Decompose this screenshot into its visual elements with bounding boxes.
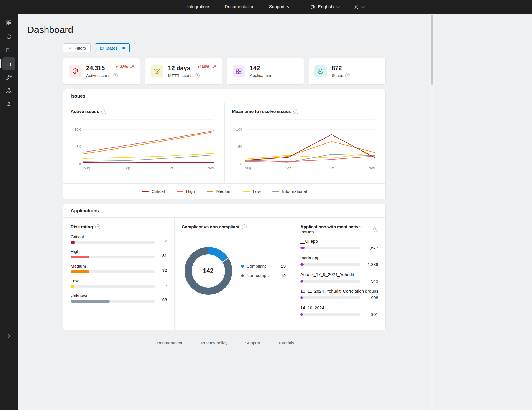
compliance-section: Compliant vs non-compliant ? 142: [175, 218, 293, 330]
top-app-row: Autofix_17_9_2024_Yehudit 949: [300, 272, 378, 284]
risk-label: Unknown: [71, 293, 155, 298]
delta-badge: +180%: [198, 65, 216, 69]
svg-text:Aug: Aug: [83, 166, 90, 170]
app-issue-count: 949: [365, 279, 378, 284]
sidebar-expand-button[interactable]: [0, 334, 18, 339]
footer-link[interactable]: Privacy policy: [201, 340, 227, 345]
bar-chart-icon: [6, 61, 12, 67]
bar-track: [71, 270, 155, 273]
svg-text:100: 100: [236, 127, 242, 132]
compliance-donut: 142: [184, 247, 233, 295]
footer-link[interactable]: Documentation: [155, 340, 183, 345]
help-icon[interactable]: ?: [95, 224, 100, 229]
app-name[interactable]: 13_11_2024_Yehudit_Correlation groups: [300, 289, 378, 294]
svg-text:Oct: Oct: [168, 166, 173, 170]
nav-integrations[interactable]: Integrations: [180, 0, 218, 14]
svg-text:Oct: Oct: [329, 166, 334, 170]
help-icon[interactable]: ?: [195, 73, 200, 78]
legend-dot: [241, 265, 244, 268]
help-icon[interactable]: ?: [345, 73, 350, 78]
bar-fill: [300, 263, 304, 266]
severity-legend: Critical High Medium Low: [63, 183, 385, 199]
sidebar-item-integrations[interactable]: [2, 17, 15, 29]
footer-link[interactable]: Tutorials: [278, 340, 294, 345]
legend-swatch: [207, 191, 213, 192]
language-label: English: [318, 4, 334, 9]
top-apps-section: Applications with most active issues ? _…: [293, 218, 385, 330]
scrollbar-track[interactable]: [430, 14, 434, 410]
stat-card-body: 142 Applications: [250, 65, 272, 78]
risk-bar-block: Medium: [71, 264, 155, 273]
sidebar-item-projects[interactable]: [2, 44, 15, 57]
help-icon[interactable]: ?: [101, 109, 106, 114]
risk-bar-block: Critical: [71, 234, 155, 244]
svg-text:Nov: Nov: [208, 166, 214, 170]
legend-value: 119: [279, 273, 286, 278]
calendar-icon: [100, 46, 104, 50]
folder-icon: [6, 47, 12, 53]
footer: Documentation Privacy policy Support Tut…: [63, 340, 386, 354]
theme-selector[interactable]: [346, 0, 371, 14]
content-column: Filters Dates 24,315 Active issues ?: [63, 43, 386, 354]
app-name[interactable]: 14_10_2024: [300, 305, 378, 310]
issues-panel: Issues Active issues ? 05K10KAugSepOctNo…: [63, 89, 386, 199]
bar-track: [71, 285, 155, 288]
sidebar-item-pipelines[interactable]: [2, 84, 15, 97]
sidebar-item-dashboard[interactable]: [2, 57, 15, 70]
svg-text:10K: 10K: [75, 127, 81, 132]
app-name[interactable]: __UI app: [300, 239, 378, 244]
filters-button[interactable]: Filters: [63, 43, 91, 52]
bar-track: [300, 247, 360, 249]
stat-value: 872: [332, 65, 351, 72]
app-name[interactable]: maria app: [300, 255, 378, 260]
help-icon[interactable]: ?: [293, 109, 298, 114]
chart-title-text: Active issues: [71, 109, 99, 114]
legend-label: Non-compliant: [247, 273, 271, 278]
help-icon[interactable]: ?: [242, 224, 247, 229]
legend-label: Low: [253, 189, 261, 194]
dashboard-toolbar: Filters Dates: [63, 43, 386, 52]
nav-documentation[interactable]: Documentation: [218, 0, 262, 14]
sidebar-item-tools[interactable]: [2, 71, 15, 84]
apps-grid-icon: [6, 20, 12, 26]
stat-value: 24,315: [86, 65, 118, 72]
chevron-right-icon: [6, 334, 11, 339]
risk-rating-section: Risk rating ? Critical: [63, 218, 175, 330]
bar-track: [300, 280, 360, 283]
legend-label: Informational: [282, 189, 307, 194]
funnel-icon: [68, 46, 72, 50]
nav-support[interactable]: Support: [262, 0, 297, 14]
app-issue-count: 1,677: [365, 245, 378, 250]
stat-cards-row: 24,315 Active issues ? +183% 12 days: [63, 58, 386, 85]
bar-fill: [300, 247, 305, 249]
help-icon[interactable]: ?: [113, 73, 118, 78]
sidebar: [0, 14, 18, 410]
risk-rating-list: Critical 7 High: [71, 234, 167, 303]
language-selector[interactable]: English: [303, 0, 346, 14]
app-bar-line: 1,677: [300, 245, 378, 250]
scrollbar-thumb[interactable]: [431, 15, 433, 85]
wrench-icon: [6, 74, 12, 80]
risk-label: Low: [71, 278, 155, 283]
risk-label: Medium: [71, 264, 155, 269]
app-name[interactable]: Autofix_17_9_2024_Yehudit: [300, 272, 378, 277]
svg-text:0: 0: [79, 162, 81, 166]
dates-button[interactable]: Dates: [95, 43, 130, 52]
app-bar-line: 908: [300, 295, 378, 300]
footer-link[interactable]: Support: [245, 340, 260, 345]
risk-bar-block: High: [71, 249, 155, 258]
bar-track: [71, 256, 155, 258]
legend-swatch: [177, 191, 183, 192]
chevron-down-icon: [361, 5, 364, 8]
help-icon[interactable]: ?: [373, 227, 378, 232]
bar-fill: [71, 300, 110, 303]
sidebar-item-history[interactable]: [2, 30, 15, 43]
topbar-divider: [374, 4, 374, 10]
risk-rating-row: Critical 7: [71, 234, 167, 244]
user-icon: [6, 101, 12, 107]
stat-card-mttr: 12 days MTTR issues ? +180%: [145, 58, 222, 85]
compliance-legend-item: Non-compliant 119: [241, 273, 286, 278]
sidebar-item-users[interactable]: [2, 98, 15, 111]
filters-button-label: Filters: [75, 46, 86, 50]
theme-sun-icon: [354, 4, 359, 10]
